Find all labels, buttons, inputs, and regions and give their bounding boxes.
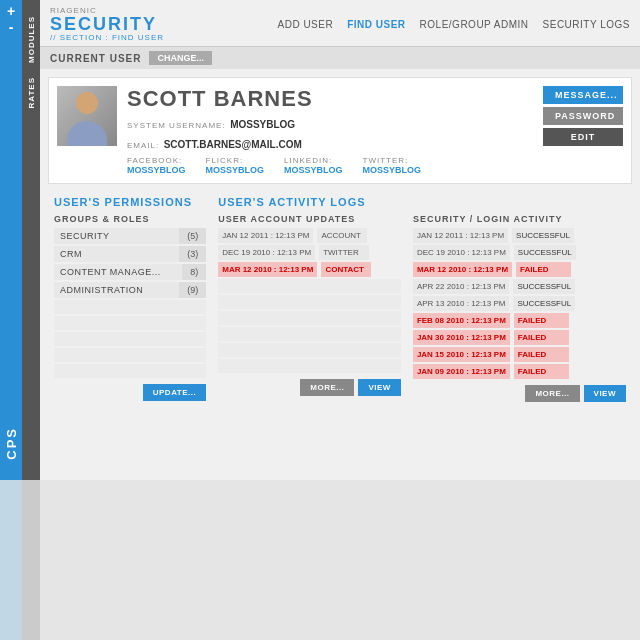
perm-row-security: SECURITY (5) <box>54 228 206 244</box>
sec-log-date-3: APR 22 2010 : 12:13 PM <box>413 279 510 294</box>
sec-log-status-4: SUCCESSFUL <box>513 296 575 311</box>
facebook-value[interactable]: MOSSYBLOG <box>127 165 186 175</box>
sec-log-row-2: MAR 12 2010 : 12:13 PM FAILED <box>413 262 626 277</box>
tab-modules[interactable]: MODULES <box>25 10 38 69</box>
linkedin-value[interactable]: MOSSYBLOG <box>284 165 343 175</box>
main-content: RIAGENIC SECURITY // SECTION : FIND USER… <box>40 0 640 480</box>
right-tabs-reflection <box>22 480 40 640</box>
activity-logs-table: JAN 12 2011 : 12:13 PM ACCOUNT DEC 19 20… <box>218 228 401 373</box>
social-facebook: FACEBOOK: MOSSYBLOG <box>127 156 186 175</box>
message-button[interactable]: MESSAGE... <box>543 86 623 104</box>
email-label: EMAIL: <box>127 141 159 150</box>
perm-row-admin: ADMINISTRATION (9) <box>54 282 206 298</box>
email-value: SCOTT.BARNES@MAIL.COM <box>164 139 302 150</box>
sec-log-date-5: FEB 08 2010 : 12:13 PM <box>413 313 510 328</box>
sec-log-date-6: JAN 30 2010 : 12:13 PM <box>413 330 510 345</box>
permissions-table: SECURITY (5) CRM (3) CONTENT MANAGE... 8… <box>54 228 206 378</box>
username-label: SYSTEM USERNAME: <box>127 121 226 130</box>
user-actions: MESSAGE... PASSWORD EDIT <box>543 86 623 146</box>
update-button[interactable]: UPDATE... <box>143 384 206 401</box>
sec-log-row-3: APR 22 2010 : 12:13 PM SUCCESSFUL <box>413 279 626 294</box>
twitter-value[interactable]: MOSSYBLOG <box>363 165 422 175</box>
sec-log-status-7: FAILED <box>514 347 569 362</box>
username-value: MOSSYBLOG <box>230 119 295 130</box>
perm-count-security: (5) <box>179 228 206 244</box>
sec-log-row-8: JAN 09 2010 : 12:13 PM FAILED <box>413 364 626 379</box>
activity-logs-footer: MORE... VIEW <box>218 379 401 396</box>
sidebar-minus-btn[interactable]: - <box>9 20 14 34</box>
perm-label-content: CONTENT MANAGE... <box>54 264 182 280</box>
log-row-0: JAN 12 2011 : 12:13 PM ACCOUNT <box>218 228 401 243</box>
current-user-bar: CURRENT USER CHANGE... <box>40 46 640 69</box>
sec-log-date-7: JAN 15 2010 : 12:13 PM <box>413 347 510 362</box>
sec-log-status-3: SUCCESSFUL <box>513 279 575 294</box>
sec-log-date-1: DEC 19 2010 : 12:13 PM <box>413 245 510 260</box>
security-logs-subtitle: SECURITY / LOGIN ACTIVITY <box>413 214 626 224</box>
sec-log-date-8: JAN 09 2010 : 12:13 PM <box>413 364 510 379</box>
perm-label-security: SECURITY <box>54 228 179 244</box>
log-date-0: JAN 12 2011 : 12:13 PM <box>218 228 313 243</box>
security-view-button[interactable]: VIEW <box>584 385 626 402</box>
sec-log-row-5: FEB 08 2010 : 12:13 PM FAILED <box>413 313 626 328</box>
user-meta: SYSTEM USERNAME: MOSSYBLOG <box>127 114 533 132</box>
nav-add-user[interactable]: ADD USER <box>278 19 334 30</box>
social-twitter: TWITTER: MOSSYBLOG <box>363 156 422 175</box>
nav-security-logs[interactable]: SECURITY LOGS <box>543 19 630 30</box>
change-user-button[interactable]: CHANGE... <box>149 51 212 65</box>
current-user-label: CURRENT USER <box>50 53 141 64</box>
log-type-0: ACCOUNT <box>317 228 367 243</box>
sidebar-plus-btn[interactable]: + <box>7 4 15 18</box>
avatar <box>57 86 117 146</box>
user-full-name: SCOTT BARNES <box>127 86 533 112</box>
left-sidebar-reflection <box>0 480 22 640</box>
reflection-area <box>40 480 640 640</box>
sec-log-status-0: SUCCESSFUL <box>512 228 574 243</box>
perm-count-crm: (3) <box>179 246 206 262</box>
log-row-2: MAR 12 2010 : 12:13 PM CONTACT <box>218 262 401 277</box>
perm-row-content: CONTENT MANAGE... 8) <box>54 264 206 280</box>
perm-row-crm: CRM (3) <box>54 246 206 262</box>
sec-log-status-5: FAILED <box>514 313 569 328</box>
log-row-1: DEC 19 2010 : 12:13 PM TWITTER <box>218 245 401 260</box>
sec-log-date-0: JAN 12 2011 : 12:13 PM <box>413 228 508 243</box>
tab-rates[interactable]: RATES <box>25 71 38 115</box>
user-profile: SCOTT BARNES SYSTEM USERNAME: MOSSYBLOG … <box>48 77 632 184</box>
security-more-button[interactable]: MORE... <box>525 385 579 402</box>
security-logs-footer: MORE... VIEW <box>413 385 626 402</box>
nav-find-user[interactable]: FIND USER <box>347 19 405 30</box>
social-linkedin: LINKEDIN: MOSSYBLOG <box>284 156 343 175</box>
activity-logs-panel: USER'S ACTIVITY LOGS USER ACCOUNT UPDATE… <box>212 192 407 406</box>
sec-log-status-8: FAILED <box>514 364 569 379</box>
security-logs-title <box>413 196 626 208</box>
top-nav: RIAGENIC SECURITY // SECTION : FIND USER… <box>40 0 640 46</box>
facebook-label: FACEBOOK: <box>127 156 186 165</box>
linkedin-label: LINKEDIN: <box>284 156 343 165</box>
user-email-meta: EMAIL: SCOTT.BARNES@MAIL.COM <box>127 134 533 152</box>
sec-log-status-2: FAILED <box>516 262 571 277</box>
perm-count-content: 8) <box>182 264 206 280</box>
log-type-1: TWITTER <box>319 245 369 260</box>
left-sidebar: + - CPS <box>0 0 22 480</box>
nav-role-group[interactable]: ROLE/GROUP ADMIN <box>420 19 529 30</box>
sec-log-date-2: MAR 12 2010 : 12:13 PM <box>413 262 512 277</box>
sec-log-status-6: FAILED <box>514 330 569 345</box>
password-button[interactable]: PASSWORD <box>543 107 623 125</box>
activity-more-button[interactable]: MORE... <box>300 379 354 396</box>
edit-button[interactable]: EDIT <box>543 128 623 146</box>
perm-count-admin: (9) <box>179 282 206 298</box>
log-date-1: DEC 19 2010 : 12:13 PM <box>218 245 315 260</box>
perm-label-admin: ADMINISTRATION <box>54 282 179 298</box>
sec-log-date-4: APR 13 2010 : 12:13 PM <box>413 296 510 311</box>
activity-view-button[interactable]: VIEW <box>358 379 400 396</box>
security-logs-panel: SECURITY / LOGIN ACTIVITY JAN 12 2011 : … <box>407 192 632 406</box>
user-name-section: SCOTT BARNES SYSTEM USERNAME: MOSSYBLOG … <box>127 86 533 175</box>
permissions-subtitle: GROUPS & ROLES <box>54 214 206 224</box>
log-date-2: MAR 12 2010 : 12:13 PM <box>218 262 317 277</box>
permissions-title: USER'S PERMISSIONS <box>54 196 206 208</box>
sec-log-row-7: JAN 15 2010 : 12:13 PM FAILED <box>413 347 626 362</box>
sec-log-row-6: JAN 30 2010 : 12:13 PM FAILED <box>413 330 626 345</box>
activity-logs-subtitle: USER ACCOUNT UPDATES <box>218 214 401 224</box>
flickr-label: FLICKR: <box>206 156 265 165</box>
permissions-panel: USER'S PERMISSIONS GROUPS & ROLES SECURI… <box>48 192 212 406</box>
flickr-value[interactable]: MOSSYBLOG <box>206 165 265 175</box>
